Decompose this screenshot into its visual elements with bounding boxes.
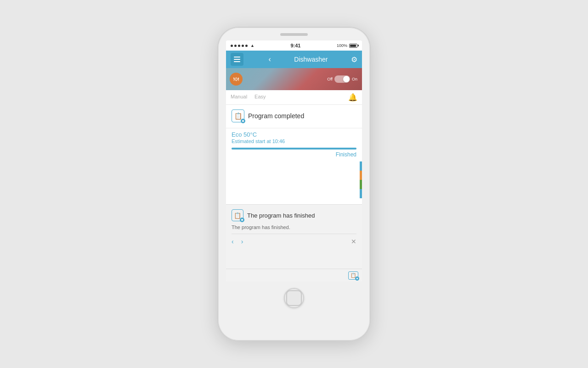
stripe-blue	[360, 161, 362, 171]
progress-bar-fill	[232, 148, 356, 150]
notif-nav: ‹ › ✕	[232, 234, 356, 245]
toggle-off-label: Off	[327, 77, 333, 81]
notif-close-button[interactable]: ✕	[351, 238, 356, 245]
battery-percent: 100%	[337, 43, 347, 48]
power-toggle[interactable]: Off On	[327, 75, 357, 83]
appliance-bar: 🍽 Off On	[226, 68, 362, 90]
alert-icon: 🔔	[348, 93, 357, 102]
menu-line-3	[234, 61, 240, 62]
notif-body: The program has finished.	[232, 224, 356, 231]
menu-line-1	[234, 57, 240, 58]
notif-badge	[240, 218, 244, 222]
page-title: Dishwasher	[294, 56, 328, 63]
notif-icon-wrap: 📋	[232, 209, 243, 221]
eco-title: Eco 50°C	[232, 131, 356, 138]
bottom-badge	[355, 276, 359, 281]
status-time: 9:41	[290, 43, 300, 48]
status-bar: ▲ 9:41 100%	[226, 40, 362, 51]
signal-dot-5	[245, 45, 248, 47]
tabs-bar: Manual Easy 🔔	[226, 90, 362, 105]
program-badge	[241, 119, 245, 123]
phone-speaker	[280, 33, 308, 36]
stripe-blue2	[360, 189, 362, 198]
menu-line-2	[234, 59, 240, 60]
tab-manual[interactable]: Manual	[231, 94, 247, 101]
back-button[interactable]: ‹	[269, 55, 271, 63]
program-row: 📋 Program completed	[232, 109, 356, 122]
content-scroll-area	[226, 161, 362, 204]
battery-icon	[349, 44, 357, 48]
menu-button[interactable]	[231, 53, 243, 66]
color-stripes	[360, 161, 362, 198]
eco-section: Eco 50°C Estimated start at 10:46 Finish…	[226, 128, 362, 161]
app-header: ‹ Dishwasher ⚙	[226, 51, 362, 68]
bottom-notif-icon[interactable]: 📋	[348, 271, 358, 280]
signal-dot-1	[231, 45, 233, 47]
battery-fill	[350, 45, 356, 47]
phone-frame: ▲ 9:41 100% ‹ Dishwasher ⚙ 🍽	[218, 28, 370, 340]
notif-badge-dot	[241, 219, 243, 221]
tab-easy[interactable]: Easy	[254, 94, 266, 101]
stripe-orange	[360, 171, 362, 180]
signal-dot-2	[234, 45, 237, 47]
wifi-icon: ▲	[250, 43, 254, 48]
notif-header-row: 📋 The program has finished	[232, 209, 356, 221]
bottom-badge-dot	[356, 278, 358, 279]
finished-label: Finished	[232, 151, 356, 158]
program-completed-icon: 📋	[234, 112, 242, 120]
dishwasher-icon: 🍽	[233, 76, 239, 82]
notif-next-button[interactable]: ›	[241, 238, 243, 245]
bottom-bar: 📋	[226, 269, 362, 282]
home-button-inner	[286, 290, 302, 306]
settings-button[interactable]: ⚙	[351, 55, 357, 64]
program-completed-label: Program completed	[248, 112, 304, 120]
toggle-on-label: On	[352, 77, 357, 81]
appliance-icon: 🍽	[230, 73, 243, 86]
signal-dot-4	[242, 45, 244, 47]
signal-dot-3	[238, 45, 240, 47]
home-button[interactable]	[284, 288, 304, 308]
alert-tab[interactable]: 🔔	[348, 93, 357, 102]
notif-nav-arrows: ‹ ›	[232, 238, 243, 245]
phone-screen: ▲ 9:41 100% ‹ Dishwasher ⚙ 🍽	[226, 40, 362, 282]
notif-prev-button[interactable]: ‹	[232, 238, 234, 245]
toggle-thumb	[343, 76, 350, 82]
status-right: 100%	[337, 43, 357, 48]
program-badge-dot	[242, 120, 244, 122]
notification-panel: 📋 The program has finished The program h…	[226, 204, 362, 269]
progress-bar-wrap	[232, 148, 356, 150]
eco-subtitle: Estimated start at 10:46	[232, 138, 356, 144]
program-icon-wrap: 📋	[232, 109, 244, 122]
notif-title: The program has finished	[247, 212, 315, 219]
toggle-track[interactable]	[334, 75, 350, 83]
status-left: ▲	[231, 43, 254, 48]
program-section: 📋 Program completed	[226, 105, 362, 128]
stripe-green	[360, 180, 362, 189]
notif-icon: 📋	[234, 212, 241, 219]
main-content: 📋 Program completed Eco 50°C Estimated s…	[226, 105, 362, 282]
